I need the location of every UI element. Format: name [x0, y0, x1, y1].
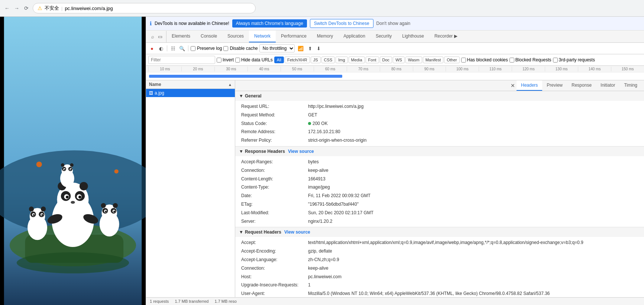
- clear-button[interactable]: ◐: [157, 45, 165, 52]
- host-value: pc.linweiwei.com: [308, 274, 342, 280]
- detail-tab-timing[interactable]: Timing: [619, 80, 642, 91]
- dont-show-button[interactable]: Don't show again: [376, 21, 411, 26]
- user-agent-value: Mozilla/5.0 (Windows NT 10.0; Win64; x64…: [308, 290, 550, 297]
- filter-all[interactable]: All: [274, 57, 284, 63]
- etag-row: ETag: "196791-5b6dbd7baf440": [235, 200, 644, 209]
- has-blocked-cookies-label[interactable]: Has blocked cookies: [461, 57, 508, 62]
- wifi-icon-button[interactable]: 📶: [296, 45, 305, 52]
- svg-point-43: [64, 169, 65, 170]
- tab-performance[interactable]: Performance: [276, 30, 312, 42]
- refresh-button[interactable]: ⟳: [23, 5, 30, 12]
- filter-doc[interactable]: Doc: [380, 57, 392, 63]
- responsive-icon-button[interactable]: ▭: [156, 32, 164, 41]
- upgrade-insecure-value: 1: [308, 282, 311, 288]
- content-length-row: Content-Length: 1664913: [235, 175, 644, 183]
- hide-data-urls-label[interactable]: Hide data URLs: [235, 57, 273, 62]
- tab-lighthouse[interactable]: Lighthouse: [397, 30, 429, 42]
- disable-cache-label[interactable]: Disable cache: [223, 46, 258, 51]
- third-party-text: 3rd-party requests: [559, 57, 595, 62]
- hide-data-urls-checkbox[interactable]: [235, 58, 240, 62]
- status-code-value: 200 OK: [308, 121, 328, 127]
- tab-recorder[interactable]: Recorder ▶: [429, 30, 463, 42]
- invert-checkbox-label[interactable]: Invert: [217, 57, 234, 62]
- etag-value: "196791-5b6dbd7baf440": [308, 201, 359, 208]
- tab-security[interactable]: Security: [370, 30, 397, 42]
- preserve-log-checkbox[interactable]: [191, 46, 195, 51]
- blocked-requests-checkbox[interactable]: [509, 58, 514, 62]
- filter-js[interactable]: JS: [311, 57, 321, 63]
- throttle-select[interactable]: No throttling Fast 3G Slow 3G: [259, 44, 295, 52]
- filter-ws[interactable]: WS: [393, 57, 405, 63]
- file-list-body[interactable]: 🖼 a.jpg: [146, 89, 235, 297]
- forward-button[interactable]: →: [13, 5, 20, 12]
- tab-sources[interactable]: Sources: [222, 30, 249, 42]
- third-party-checkbox[interactable]: [553, 58, 558, 62]
- devtools-panel: ℹ DevTools is now available in Chinese! …: [146, 17, 644, 305]
- name-column-label: Name: [149, 82, 161, 87]
- filter-other[interactable]: Other: [444, 57, 460, 63]
- filter-wasm[interactable]: Wasm: [405, 57, 422, 63]
- disable-cache-checkbox[interactable]: [223, 46, 228, 51]
- accept-language-value: zh-CN,zh;q=0.9: [308, 257, 339, 263]
- remote-address-row: Remote Address: 172.16.10.21:80: [235, 128, 644, 136]
- detail-tab-response[interactable]: Response: [567, 80, 596, 91]
- tab-console[interactable]: Console: [195, 30, 222, 42]
- request-headers-view-source[interactable]: View source: [284, 229, 310, 235]
- address-bar[interactable]: ⚠ 不安全 | pc.linweiwei.com/a.jpg: [33, 3, 256, 13]
- third-party-label[interactable]: 3rd-party requests: [553, 57, 595, 62]
- inspect-icon-button[interactable]: ⌕: [150, 32, 156, 41]
- invert-checkbox[interactable]: [217, 58, 221, 62]
- detail-tab-preview[interactable]: Preview: [542, 80, 567, 91]
- info-icon: ℹ: [150, 20, 152, 26]
- tab-network[interactable]: Network: [249, 30, 276, 42]
- date-key: Date:: [241, 193, 308, 199]
- filter-img[interactable]: Img: [336, 57, 347, 63]
- record-button[interactable]: ●: [148, 45, 156, 52]
- filter-button[interactable]: ☷: [169, 45, 177, 52]
- filter-type-buttons: All Fetch/XHR JS CSS Img Media Font Doc …: [274, 57, 460, 63]
- match-language-button[interactable]: Always match Chrome's language: [232, 19, 307, 28]
- tab-elements[interactable]: Elements: [166, 30, 195, 42]
- svg-point-25: [29, 206, 34, 211]
- tab-application[interactable]: Application: [338, 30, 370, 42]
- file-item-ajpg[interactable]: 🖼 a.jpg: [146, 89, 235, 97]
- preserve-log-label[interactable]: Preserve log: [191, 46, 222, 51]
- blocked-requests-label[interactable]: Blocked Requests: [509, 57, 551, 62]
- detail-tab-initiator[interactable]: Initiator: [596, 80, 619, 91]
- detail-content[interactable]: ▼ General Request URL: http://pc.linweiw…: [235, 91, 644, 297]
- has-blocked-cookies-checkbox[interactable]: [461, 58, 466, 62]
- switch-devtools-button[interactable]: Switch DevTools to Chinese: [310, 19, 373, 28]
- tab-memory[interactable]: Memory: [312, 30, 338, 42]
- export-button[interactable]: ⬇: [315, 45, 322, 52]
- req-connection-value: keep-alive: [308, 265, 329, 272]
- marker-130ms: 130 ms: [545, 67, 578, 71]
- request-headers-section-header[interactable]: ▼ Request Headers View source: [235, 227, 644, 237]
- filter-input[interactable]: [148, 56, 215, 64]
- svg-point-45: [61, 163, 64, 167]
- import-button[interactable]: ⬆: [307, 45, 314, 52]
- search-button[interactable]: 🔍: [178, 45, 186, 52]
- response-headers-section-header[interactable]: ▼ Response Headers View source: [235, 147, 644, 156]
- accept-language-key: Accept-Language:: [241, 257, 308, 263]
- accept-encoding-value: gzip, deflate: [308, 248, 332, 254]
- filter-font[interactable]: Font: [366, 57, 379, 63]
- filter-media[interactable]: Media: [349, 57, 365, 63]
- file-list-header: Name ▲: [146, 80, 235, 89]
- filter-css[interactable]: CSS: [321, 57, 335, 63]
- detail-tab-headers[interactable]: Headers: [517, 80, 542, 91]
- svg-point-36: [113, 203, 118, 208]
- svg-point-14: [80, 182, 88, 190]
- disable-cache-text: Disable cache: [230, 46, 258, 51]
- date-value: Fri, 11 Feb 2022 00:09:32 GMT: [308, 193, 370, 199]
- remote-address-value: 172.16.10.21:80: [308, 129, 340, 135]
- marker-30ms: 30 ms: [214, 67, 247, 71]
- marker-100ms: 100 ms: [446, 67, 479, 71]
- back-button[interactable]: ←: [4, 5, 10, 12]
- detail-close-button[interactable]: ✕: [509, 81, 517, 90]
- response-headers-view-source[interactable]: View source: [288, 149, 314, 154]
- general-section-header[interactable]: ▼ General: [235, 91, 644, 101]
- filter-fetch-xhr[interactable]: Fetch/XHR: [285, 57, 310, 63]
- accept-value: text/html,application/xhtml+xml,applicat…: [308, 240, 583, 246]
- filter-manifest[interactable]: Manifest: [423, 57, 444, 63]
- file-type-icon: 🖼: [149, 91, 153, 95]
